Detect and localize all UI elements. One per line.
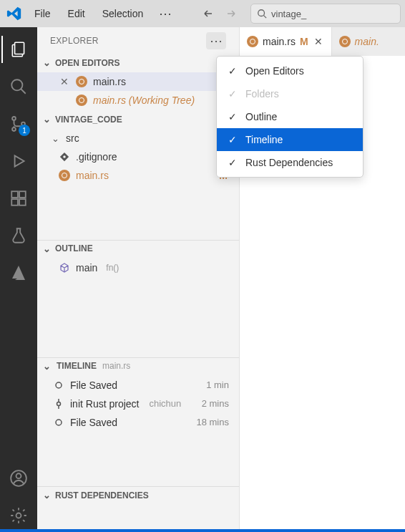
timeline-header[interactable]: ⌄ TIMELINE main.rs — [37, 357, 239, 374]
activity-settings-icon[interactable] — [1, 499, 36, 532]
activity-extensions-icon[interactable] — [1, 182, 36, 215]
dropdown-item-rust-dependencies[interactable]: ✓ Rust Dependencies — [217, 151, 363, 174]
outline-header[interactable]: ⌄ OUTLINE — [37, 240, 239, 257]
nav-forward-icon[interactable] — [220, 3, 242, 24]
svg-point-14 — [16, 513, 21, 518]
timeline-item[interactable]: File Saved 18 mins — [37, 413, 239, 432]
activity-testing-icon[interactable] — [1, 219, 36, 252]
tree-folder[interactable]: ⌄ src — [37, 129, 239, 147]
views-dropdown: ✓ Open Editors ✓ Folders ✓ Outline ✓ Tim… — [216, 56, 363, 178]
open-editor-item[interactable]: main.rs (Working Tree) — [37, 91, 239, 110]
rust-file-icon — [339, 36, 351, 47]
svg-rect-2 — [15, 42, 24, 54]
tree-file-gitignore[interactable]: .gitignore — [37, 147, 239, 166]
svg-line-4 — [21, 89, 26, 94]
check-icon: ✓ — [227, 88, 238, 100]
chevron-down-icon: ⌄ — [43, 243, 51, 254]
commit-event-icon — [53, 398, 64, 410]
save-event-icon — [53, 417, 64, 428]
svg-point-13 — [16, 473, 21, 478]
sidebar-title: EXPLORER — [50, 36, 99, 46]
tab-main-rs[interactable]: main.rs M ✕ — [240, 27, 332, 56]
rust-file-icon — [247, 36, 258, 47]
tab-bar: main.rs M ✕ main. — [240, 27, 405, 56]
chevron-down-icon: ⌄ — [43, 57, 51, 68]
tree-file-main-rs[interactable]: main.rs M — [37, 166, 239, 185]
svg-rect-10 — [19, 199, 26, 205]
rust-file-icon — [76, 76, 87, 87]
outline-item[interactable]: main fn() — [37, 258, 239, 277]
activity-debug-icon[interactable] — [1, 145, 36, 178]
menu-selection[interactable]: Selection — [95, 5, 151, 22]
folder-header[interactable]: ⌄ VINTAGE_CODE — [37, 111, 239, 127]
svg-rect-11 — [19, 191, 26, 198]
sidebar-more-icon[interactable]: ⋯ — [206, 32, 226, 49]
svg-point-16 — [57, 402, 61, 405]
open-editors-header[interactable]: ⌄ OPEN EDITORS — [37, 54, 239, 71]
open-editor-item[interactable]: ✕ main.rs — [37, 72, 239, 91]
activity-bar: 1 — [0, 27, 37, 532]
check-icon: ✓ — [227, 157, 238, 168]
svg-point-19 — [56, 420, 62, 425]
tab-main-rs-diff[interactable]: main. — [332, 27, 386, 56]
nav-back-icon[interactable] — [197, 3, 219, 24]
chevron-down-icon: ⌄ — [43, 490, 51, 500]
activity-account-icon[interactable] — [1, 462, 36, 495]
svg-rect-9 — [11, 199, 18, 205]
activity-scm-icon[interactable]: 1 — [1, 107, 36, 140]
menubar: File Edit Selection ⋯ vintage_ — [0, 0, 405, 27]
dropdown-item-outline[interactable]: ✓ Outline — [217, 105, 363, 128]
explorer-sidebar: EXPLORER ⋯ ⌄ OPEN EDITORS ✕ main.rs main… — [37, 27, 240, 532]
dropdown-item-open-editors[interactable]: ✓ Open Editors — [217, 59, 363, 82]
activity-azure-icon[interactable] — [1, 256, 36, 289]
svg-point-15 — [56, 382, 62, 388]
svg-line-1 — [264, 16, 267, 19]
vscode-logo-icon — [4, 4, 24, 24]
svg-rect-8 — [11, 191, 18, 198]
chevron-down-icon: ⌄ — [43, 114, 51, 125]
save-event-icon — [53, 379, 64, 391]
menu-file[interactable]: File — [27, 5, 58, 22]
search-icon — [257, 9, 267, 19]
menu-edit[interactable]: Edit — [61, 5, 92, 22]
close-icon[interactable]: ✕ — [59, 76, 70, 87]
symbol-function-icon — [59, 262, 70, 274]
search-text: vintage_ — [271, 9, 306, 19]
chevron-down-icon: ⌄ — [50, 133, 60, 144]
rust-file-icon — [76, 95, 87, 106]
gitignore-icon — [59, 151, 70, 163]
check-icon: ✓ — [227, 134, 238, 145]
menu-overflow-icon[interactable]: ⋯ — [153, 3, 178, 24]
check-icon: ✓ — [227, 65, 238, 77]
chevron-down-icon: ⌄ — [43, 361, 51, 372]
timeline-item[interactable]: File Saved 1 min — [37, 376, 239, 395]
svg-point-6 — [12, 127, 16, 131]
activity-explorer-icon[interactable] — [1, 33, 36, 66]
rust-file-icon — [59, 170, 70, 181]
close-icon[interactable]: ✕ — [313, 36, 324, 47]
scm-modified-badge: M — [300, 36, 308, 47]
activity-search-icon[interactable] — [1, 70, 36, 103]
scm-badge: 1 — [19, 125, 30, 136]
svg-point-3 — [11, 79, 22, 90]
timeline-item[interactable]: init Rust project chichun 2 mins — [37, 395, 239, 413]
rust-dependencies-header[interactable]: ⌄ RUST DEPENDENCIES — [37, 486, 239, 503]
check-icon: ✓ — [227, 111, 238, 122]
svg-point-0 — [258, 10, 265, 16]
svg-point-5 — [12, 117, 16, 120]
command-center-search[interactable]: vintage_ — [250, 4, 401, 24]
status-bar — [0, 529, 405, 532]
dropdown-item-folders: ✓ Folders — [217, 82, 363, 105]
dropdown-item-timeline[interactable]: ✓ Timeline — [217, 128, 363, 151]
